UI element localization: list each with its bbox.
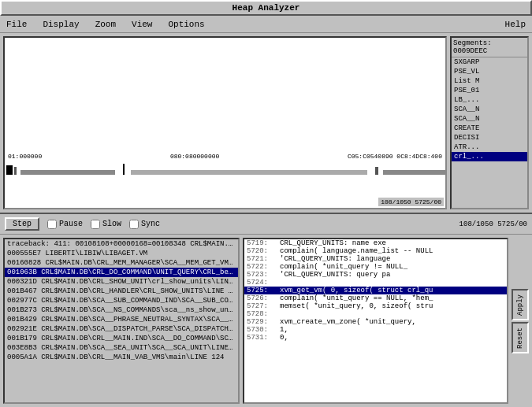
code-line-6[interactable]: 5725: xvm_get_vm( 0, sizeof( struct crl_… bbox=[244, 287, 507, 294]
heap-addr-right: C05:C0540890 0C8:4DC8:400 bbox=[348, 153, 442, 164]
sync-checkbox[interactable] bbox=[129, 220, 139, 229]
trace-line-3[interactable]: 001063B CRL$MAIN.DB\CRL_DO_COMMAND\UNIT_… bbox=[5, 268, 238, 277]
trace-line-2[interactable]: 00160828 CRL$MAIN.DB\CRL_MEM_MANAGER\SCA… bbox=[5, 258, 238, 268]
apply-button[interactable]: Apply bbox=[512, 289, 529, 320]
seg-item-5[interactable]: SCA__N bbox=[452, 105, 527, 114]
heap-addr-mid: 080:080000000 bbox=[170, 153, 219, 164]
menu-options[interactable]: Options bbox=[165, 18, 207, 31]
code-line-8[interactable]: 5727: memset( *unit_query, 0, sizeof( st… bbox=[244, 302, 507, 310]
trace-line-9[interactable]: 002921E CRL$MAIN.DB\SCA__DISPATCH_PARSE\… bbox=[5, 324, 238, 334]
code-line-3[interactable]: 5722: complain( *unit_query != NULL_ bbox=[244, 263, 507, 271]
slow-checkbox-label[interactable]: Slow bbox=[91, 220, 121, 229]
trace-line-6[interactable]: 002977C CRL$MAIN.DB\SCA__SUB_COMMAND_IND… bbox=[5, 296, 238, 305]
segments-panel[interactable]: Segments: 0009DEEC SXGARP PSE_VL List M … bbox=[450, 36, 529, 209]
sync-checkbox-label[interactable]: Sync bbox=[129, 220, 160, 229]
trace-line-4[interactable]: 000321D CRL$MAIN.DB\CRL_SHOW_UNIT\crl_sh… bbox=[5, 277, 238, 287]
control-bar: Step Pause Slow Sync 108/1050 5725/00 bbox=[0, 214, 532, 235]
seg-item-9[interactable]: ATR... bbox=[452, 142, 527, 152]
seg-item-4[interactable]: LB_... bbox=[452, 95, 527, 105]
code-line-5[interactable]: 5724: bbox=[244, 279, 507, 287]
code-line-12[interactable]: 5731: 0, bbox=[244, 334, 507, 342]
trace-line-1[interactable]: 000555E7 LIBERTI\LIBIW\LIBAGET.VM bbox=[5, 249, 238, 258]
code-area[interactable]: 5719: CRL_QUERY_UNITS: name exe 5720: co… bbox=[243, 238, 508, 404]
trace-line-12[interactable]: 0005A1A CRL$MAIN.DB\CRL__MAIN_VAB_VMS\ma… bbox=[5, 353, 238, 362]
title-text: Heap Analyzer bbox=[233, 3, 300, 13]
slow-checkbox[interactable] bbox=[91, 220, 100, 229]
code-line-7[interactable]: 5726: complain( *unit_query == NULL, *he… bbox=[244, 294, 507, 302]
menu-file[interactable]: File bbox=[3, 18, 30, 31]
trace-line-11[interactable]: 003E8B3 CRL$MAIN.DB\SCA__SEA_UNIT\SCA__S… bbox=[5, 343, 238, 353]
heap-status: 108/1050 5725/00 bbox=[378, 198, 444, 206]
seg-item-10[interactable]: crl_... bbox=[452, 152, 527, 161]
top-section: 01:000000 080:080000000 C05:C0540890 0C8… bbox=[0, 33, 532, 214]
seg-item-3[interactable]: PSE_01 bbox=[452, 86, 527, 95]
menu-view[interactable]: View bbox=[128, 18, 155, 31]
status-text: 108/1050 5725/00 bbox=[459, 220, 527, 228]
heap-canvas[interactable]: 01:000000 080:080000000 C05:C0540890 0C8… bbox=[3, 36, 447, 209]
seg-item-8[interactable]: DECISI bbox=[452, 133, 527, 142]
trace-line-8[interactable]: 001B429 CRL$MAIN.DB\SCA__PHRASE_NEUTRAL_… bbox=[5, 315, 238, 324]
seg-item-1[interactable]: PSE_VL bbox=[452, 67, 527, 76]
heap-addr-left: 01:000000 bbox=[8, 153, 42, 164]
seg-item-7[interactable]: CREATE bbox=[452, 124, 527, 133]
code-panel: 5719: CRL_QUERY_UNITS: name exe 5720: co… bbox=[243, 238, 508, 404]
main-container: 01:000000 080:080000000 C05:C0540890 0C8… bbox=[0, 33, 532, 407]
menu-help[interactable]: Help bbox=[502, 18, 529, 31]
code-line-4[interactable]: 5723: 'CRL_QUERY_UNITS: query pa bbox=[244, 271, 507, 279]
seg-item-2[interactable]: List M bbox=[452, 76, 527, 86]
title-bar: Heap Analyzer bbox=[0, 0, 532, 16]
menu-left: File Display Zoom View Options bbox=[3, 18, 208, 31]
seg-item-0[interactable]: SXGARP bbox=[452, 57, 527, 67]
step-button[interactable]: Step bbox=[5, 217, 39, 231]
code-line-2[interactable]: 5721: 'CRL_QUERY_UNITS: language bbox=[244, 255, 507, 263]
traceback-panel[interactable]: traceback: 411: 00108108+00000168=001083… bbox=[3, 238, 240, 404]
trace-line-7[interactable]: 001B273 CRL$MAIN.DB\SCA__NS_COMMANDS\sca… bbox=[5, 305, 238, 315]
menu-zoom[interactable]: Zoom bbox=[92, 18, 119, 31]
code-line-10[interactable]: 5729: xvm_create_vm_zone( *unit_query, bbox=[244, 318, 507, 326]
trace-line-0[interactable]: traceback: 411: 00108108+00000168=001083… bbox=[5, 239, 238, 249]
menu-display[interactable]: Display bbox=[39, 18, 82, 31]
trace-line-5[interactable]: 001B467 CRL$MAIN.DB\CRL_HANDLER\CRL_SHOW… bbox=[5, 287, 238, 296]
pause-checkbox[interactable] bbox=[47, 220, 57, 229]
segments-header: Segments: 0009DEEC bbox=[452, 38, 527, 57]
trace-line-10[interactable]: 001B179 CRL$MAIN.DB\CRL__MAIN.IND\SCA__D… bbox=[5, 334, 238, 343]
side-buttons: Apply Reset bbox=[512, 238, 529, 404]
reset-button[interactable]: Reset bbox=[512, 322, 529, 353]
code-line-9[interactable]: 5728: bbox=[244, 310, 507, 318]
code-line-11[interactable]: 5730: 1, bbox=[244, 326, 507, 334]
seg-item-6[interactable]: SCA__N bbox=[452, 114, 527, 124]
code-line-0[interactable]: 5719: CRL_QUERY_UNITS: name exe bbox=[244, 239, 507, 247]
code-line-1[interactable]: 5720: complain( language.name_list -- NU… bbox=[244, 247, 507, 255]
menu-bar: File Display Zoom View Options Help bbox=[0, 16, 532, 33]
pause-checkbox-label[interactable]: Pause bbox=[47, 220, 83, 229]
bottom-section: traceback: 411: 00108108+00000168=001083… bbox=[0, 235, 532, 407]
